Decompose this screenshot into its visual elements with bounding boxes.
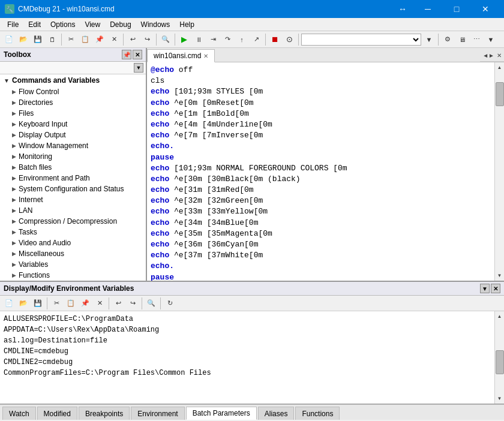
menu-options[interactable]: Options [46, 19, 80, 30]
tree-child-environment-and-path[interactable]: ▶ Environment and Path [10, 173, 146, 184]
undo-button[interactable]: ↩ [126, 33, 139, 46]
step-over-button[interactable]: ↷ [221, 33, 234, 46]
btab-breakpoints[interactable]: Breakpoints [79, 407, 130, 420]
env-refresh-button[interactable]: ↻ [163, 297, 176, 310]
close-button[interactable]: ✕ [472, 0, 499, 18]
tree-child-tasks[interactable]: ▶ Tasks [10, 227, 146, 237]
menu-file[interactable]: File [2, 19, 23, 30]
toolbar-settings-2[interactable]: 🖥 [455, 33, 469, 46]
env-panel: Display/Modify Environment Variables ▼ ✕… [0, 282, 504, 404]
env-cut-button[interactable]: ✂ [50, 297, 63, 310]
env-search-button[interactable]: 🔍 [145, 297, 158, 310]
env-undo-button[interactable]: ↩ [112, 297, 125, 310]
toolbox-pin-button[interactable]: 📌 [122, 50, 131, 59]
tree-child-functions[interactable]: ▶ Functions [10, 270, 146, 281]
delete-button[interactable]: ✕ [107, 33, 121, 46]
tree-child-keyboard-input[interactable]: ▶ Keyboard Input [10, 119, 146, 130]
maximize-button[interactable]: □ [443, 0, 470, 18]
editor-close-all[interactable]: ✕ [497, 52, 502, 59]
btab-breakpoints-label: Breakpoints [85, 410, 123, 418]
menu-view[interactable]: View [80, 19, 105, 30]
btab-watch[interactable]: Watch [2, 407, 36, 420]
new-button[interactable]: 📄 [2, 33, 16, 46]
scroll-down-arrow[interactable]: ▼ [497, 270, 502, 281]
env-scroll-up[interactable]: ▲ [497, 311, 502, 321]
editor-scroll-left[interactable]: ◄ [482, 52, 488, 59]
tree-child-flow-control[interactable]: ▶ Flow Control [10, 86, 146, 97]
save-button[interactable]: 💾 [31, 33, 44, 46]
env-paste-button[interactable]: 📌 [79, 297, 92, 310]
tree-child-display-output[interactable]: ▶ Display Output [10, 130, 146, 140]
toolbar-settings-3[interactable]: ⋯ [470, 33, 483, 46]
scroll-thumb[interactable] [496, 82, 504, 106]
tree-child-directories[interactable]: ▶ Directories [10, 97, 146, 108]
redo-button[interactable]: ↪ [140, 33, 154, 46]
env-delete-button[interactable]: ✕ [93, 297, 106, 310]
tree-child-compression[interactable]: ▶ Compression / Decompression [10, 216, 146, 227]
tree-child-miscellaneous[interactable]: ▶ Miscellaneous [10, 248, 146, 259]
btab-functions[interactable]: Functions [295, 407, 340, 420]
env-copy-button[interactable]: 📋 [64, 297, 77, 310]
env-pin-button[interactable]: ▼ [480, 284, 490, 293]
btab-batch-parameters[interactable]: Batch Parameters [186, 407, 257, 420]
tree-section-commands-header[interactable]: ▼ Commands and Variables [0, 74, 146, 86]
tree-child-video-and-audio[interactable]: ▶ Video and Audio [10, 237, 146, 248]
menu-windows[interactable]: Windows [136, 19, 175, 30]
step-out-button[interactable]: ↑ [235, 33, 248, 46]
cut-button[interactable]: ✂ [64, 33, 77, 46]
combo-dropdown[interactable]: ▼ [422, 33, 436, 46]
arrow-window-management: ▶ [12, 143, 16, 149]
env-scroll-thumb[interactable] [496, 350, 504, 374]
menu-debug[interactable]: Debug [105, 19, 136, 30]
editor-scrollbar[interactable]: ▲ ▼ [494, 62, 504, 281]
env-scroll-down[interactable]: ▼ [497, 393, 502, 404]
run-button[interactable]: ▶ [178, 33, 191, 46]
title-bar: 🔧 CMDebug 21 - win10ansi.cmd ↔ ─ □ ✕ [0, 0, 504, 18]
env-scrollbar[interactable]: ▲ ▼ [494, 311, 504, 404]
scroll-up-arrow[interactable]: ▲ [497, 62, 502, 73]
btab-aliases-label: Aliases [265, 410, 288, 418]
btab-environment[interactable]: Environment [131, 407, 184, 420]
copy-button[interactable]: 📋 [79, 33, 92, 46]
menu-help[interactable]: Help [175, 19, 199, 30]
tree-child-files[interactable]: ▶ Files [10, 108, 146, 119]
env-content[interactable]: ALLUSERSPROFILE=C:\ProgramData APPDATA=C… [0, 311, 494, 404]
tab-close-button[interactable]: ✕ [203, 53, 208, 59]
toolbox-close-button[interactable]: ✕ [133, 50, 142, 59]
env-redo-button[interactable]: ↪ [126, 297, 139, 310]
btab-aliases[interactable]: Aliases [258, 407, 295, 420]
search-button[interactable]: 🔍 [159, 33, 172, 46]
trace-button[interactable]: ↗ [250, 33, 263, 46]
toolbar-dropdown[interactable]: ▼ [484, 33, 497, 46]
script-selector[interactable] [301, 34, 421, 46]
editor-scroll-right[interactable]: ► [488, 52, 494, 59]
save-all-button[interactable]: 🗒 [46, 33, 59, 46]
tree-child-window-management[interactable]: ▶ Window Management [10, 140, 146, 151]
stop-button[interactable]: ⏹ [268, 33, 281, 46]
tree-child-internet[interactable]: ▶ Internet [10, 194, 146, 205]
tree-child-directories-label: Directories [19, 98, 53, 107]
reset-button[interactable]: ⊙ [283, 33, 296, 46]
code-editor[interactable]: @echo off cls echo [101;93m STYLES [0m e… [147, 62, 494, 281]
tree-child-lan[interactable]: ▶ LAN [10, 205, 146, 216]
paste-button[interactable]: 📌 [93, 33, 106, 46]
tab-win10ansi[interactable]: win10ansi.cmd ✕ [147, 49, 215, 62]
step-button[interactable]: ⇥ [206, 33, 220, 46]
btab-modified[interactable]: Modified [37, 407, 77, 420]
env-open-button[interactable]: 📂 [17, 297, 30, 310]
pause-button[interactable]: ⏸ [192, 33, 205, 46]
tree-child-batch-files[interactable]: ▶ Batch files [10, 162, 146, 173]
arrows-icon: ↔ [398, 4, 407, 14]
menu-edit[interactable]: Edit [23, 19, 46, 30]
tree-child-monitoring[interactable]: ▶ Monitoring [10, 151, 146, 162]
env-close-button[interactable]: ✕ [491, 284, 500, 293]
env-new-button[interactable]: 📄 [2, 297, 16, 310]
tree-child-system-config[interactable]: ▶ System Configuration and Status [10, 184, 146, 194]
open-button[interactable]: 📂 [17, 33, 30, 46]
toolbox-dropdown-button[interactable]: ▼ [134, 63, 143, 73]
env-save-button[interactable]: 💾 [31, 297, 44, 310]
minimize-button[interactable]: ─ [414, 0, 442, 18]
tree-child-variables[interactable]: ▶ Variables [10, 259, 146, 270]
env-var-4: CMDLINE=cmdebug [4, 346, 491, 357]
toolbar-settings-1[interactable]: ⚙ [441, 33, 454, 46]
